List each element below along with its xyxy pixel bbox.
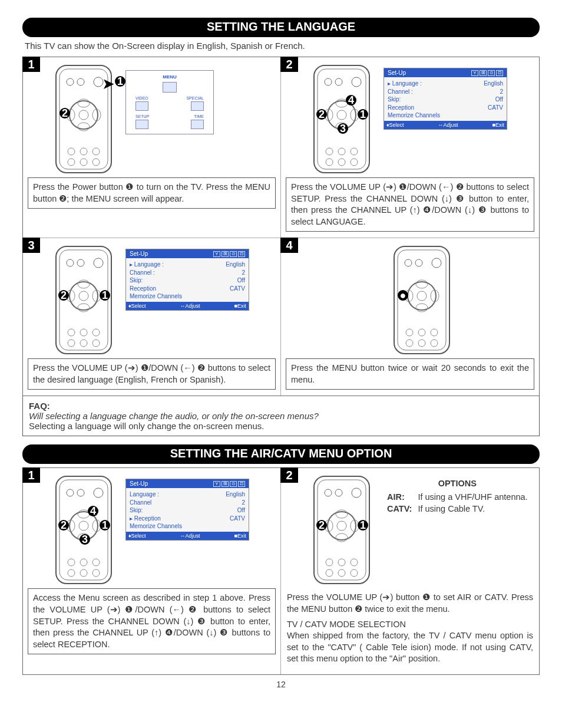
svg-point-20 xyxy=(335,78,342,85)
section-title-language: SETTING THE LANGUAGE xyxy=(22,18,540,37)
svg-point-45 xyxy=(68,329,75,336)
svg-point-32 xyxy=(338,159,345,166)
svg-point-12 xyxy=(80,148,87,155)
svg-point-11 xyxy=(68,148,75,155)
faq-label: FAQ: xyxy=(29,401,50,411)
section-title-aircatv: SETTING THE AIR/CATV MENU OPTION xyxy=(22,444,540,464)
faq-question: Will selecting a language change the aud… xyxy=(29,411,319,421)
svg-point-88 xyxy=(335,489,342,496)
svg-point-13 xyxy=(92,148,100,155)
step-caption: Press the Power button ❶ to turn on the … xyxy=(28,177,276,209)
arrow-icon: ➤ xyxy=(102,75,115,93)
svg-point-80 xyxy=(80,559,87,566)
remote-illustration: 4 2 1 3 xyxy=(51,473,116,585)
faq-box: FAQ: Will selecting a language change th… xyxy=(22,396,540,436)
svg-point-61 xyxy=(417,291,427,301)
svg-point-62 xyxy=(406,329,413,336)
svg-point-38 xyxy=(94,258,103,268)
svg-point-16 xyxy=(92,159,100,166)
svg-point-28 xyxy=(326,148,333,155)
menu-screen-diagram: MENU VIDEOSPECIAL SETUPTIME xyxy=(125,70,214,134)
svg-point-3 xyxy=(77,78,84,85)
step-1: 1 4 2 1 3 Set-Up xyxy=(23,468,281,674)
svg-point-36 xyxy=(67,259,74,266)
svg-point-79 xyxy=(68,559,75,566)
svg-point-19 xyxy=(325,78,332,85)
osd-setup-menu: Set-Up Y⊞⊙⊡ ▸ Language :English Channel … xyxy=(384,68,507,130)
step-1: 1 xyxy=(23,57,281,238)
svg-point-84 xyxy=(92,569,100,577)
svg-point-66 xyxy=(418,340,425,347)
step-2: 2 4 2 1 3 Set-Up xyxy=(281,57,539,238)
svg-point-96 xyxy=(326,559,333,566)
subsection-heading: TV / CATV MODE SELECTION xyxy=(287,619,533,631)
callout-2-icon: 2 xyxy=(316,109,327,120)
svg-point-55 xyxy=(432,258,441,268)
svg-point-70 xyxy=(67,489,74,496)
step-3: 3 2 1 Set-Up Y⊞⊙⊡ xyxy=(23,238,281,396)
svg-point-10 xyxy=(79,110,88,120)
step-caption: Press the VOLUME UP (➔) button ❶ to set … xyxy=(286,588,534,668)
remote-illustration: 2 1 xyxy=(51,243,116,355)
svg-point-100 xyxy=(338,569,345,577)
step-number: 2 xyxy=(280,57,298,72)
callout-2-icon: 2 xyxy=(59,108,70,118)
svg-point-44 xyxy=(79,291,88,301)
svg-point-46 xyxy=(80,329,87,336)
svg-point-72 xyxy=(94,488,103,498)
svg-point-95 xyxy=(337,521,346,531)
svg-point-63 xyxy=(418,329,425,336)
svg-point-39 xyxy=(70,282,98,310)
svg-point-82 xyxy=(68,569,75,577)
svg-point-65 xyxy=(406,340,413,347)
svg-point-99 xyxy=(326,569,333,577)
svg-point-50 xyxy=(92,340,100,347)
svg-point-33 xyxy=(351,159,358,166)
svg-point-71 xyxy=(77,489,84,496)
svg-point-97 xyxy=(338,559,345,566)
svg-point-47 xyxy=(92,329,100,336)
svg-point-5 xyxy=(70,101,98,129)
svg-point-21 xyxy=(352,77,361,87)
svg-point-64 xyxy=(431,329,438,336)
callout-1-icon: 1 xyxy=(358,109,368,120)
callout-1-icon: 1 xyxy=(115,76,125,87)
svg-point-29 xyxy=(338,148,345,155)
svg-point-15 xyxy=(80,159,87,166)
step-number: 1 xyxy=(22,57,40,72)
step-number: 3 xyxy=(22,238,40,253)
svg-point-67 xyxy=(431,340,438,347)
remote-illustration: 4 2 1 3 xyxy=(309,62,374,174)
svg-point-81 xyxy=(92,559,100,566)
step-caption: Press the MENU button twice or wait 20 s… xyxy=(286,358,534,390)
svg-point-90 xyxy=(328,512,356,540)
osd-tab-icons: Y⊞⊙⊡ xyxy=(471,70,503,76)
remote-illustration: 2 1 xyxy=(309,473,374,585)
osd-setup-menu: Set-Up Y⊞⊙⊡ Language :English Channel2 S… xyxy=(125,479,249,541)
svg-point-2 xyxy=(67,78,74,85)
osd-setup-menu: Set-Up Y⊞⊙⊡ ▸ Language :English Channel … xyxy=(125,249,249,311)
svg-point-87 xyxy=(325,489,332,496)
svg-point-48 xyxy=(68,340,75,347)
step-caption: Access the Menu screen as described in s… xyxy=(28,588,276,654)
callout-4-icon: 4 xyxy=(346,95,356,106)
remote-illustration: ➤ 1 2 xyxy=(51,62,116,174)
faq-answer: Selecting a language will only change th… xyxy=(29,421,264,431)
step-caption: Press the VOLUME UP (➔) ❶/DOWN (←) ❷ but… xyxy=(286,177,534,232)
svg-point-31 xyxy=(326,159,333,166)
step-number: 2 xyxy=(280,467,298,483)
intro-text: This TV can show the On-Screen display i… xyxy=(25,41,540,51)
svg-point-27 xyxy=(337,110,346,120)
svg-point-14 xyxy=(68,159,75,166)
step-caption: Press the VOLUME UP (➔) ❶/DOWN (←) ❷ but… xyxy=(28,358,276,390)
step-4: 4 ● Press the MENU button twice or wait … xyxy=(281,238,539,396)
svg-point-56 xyxy=(408,282,436,310)
page-number: 12 xyxy=(22,680,540,689)
svg-point-101 xyxy=(351,569,358,577)
remote-illustration: ● xyxy=(389,243,454,355)
svg-point-53 xyxy=(405,259,412,266)
svg-point-98 xyxy=(351,559,358,566)
svg-point-30 xyxy=(351,148,358,155)
step-2: 2 2 1 OPTIONS xyxy=(281,468,539,674)
aircatv-steps-grid: 1 4 2 1 3 Set-Up xyxy=(22,467,540,674)
